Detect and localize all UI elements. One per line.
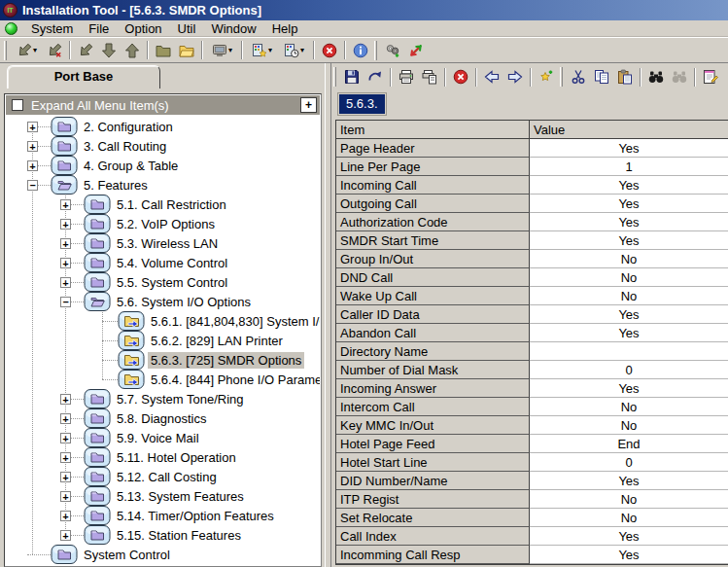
value-cell[interactable]: No [530, 416, 728, 435]
mdi-child-icon[interactable] [5, 22, 17, 35]
tree-item[interactable]: +5.15. Station Features [6, 525, 320, 545]
expand-toggle[interactable]: + [60, 199, 71, 210]
monitor-button[interactable]: ▾ [206, 39, 238, 61]
menu-help[interactable]: Help [264, 20, 306, 37]
find-button[interactable] [644, 66, 668, 89]
table-row[interactable]: Authorization CodeYes [336, 213, 728, 231]
card-star-button[interactable]: ▾ [246, 39, 278, 61]
value-cell[interactable] [530, 342, 728, 361]
disconnect-button[interactable] [43, 39, 66, 61]
tree-item[interactable]: +5.13. System Features [6, 486, 320, 506]
panel-splitter[interactable] [325, 63, 331, 567]
value-cell[interactable]: No [530, 398, 728, 416]
table-row[interactable]: Line Per Page1 [336, 158, 728, 176]
table-row[interactable]: Hotel Page FeedEnd [336, 435, 728, 453]
expand-toggle[interactable]: + [60, 530, 71, 541]
stop-button[interactable] [318, 39, 341, 61]
table-row[interactable]: DND CallNo [336, 268, 728, 287]
download-button[interactable] [97, 39, 121, 61]
tree-item[interactable]: +5.2. VoIP Options [6, 214, 320, 233]
value-cell[interactable]: Yes [530, 472, 728, 490]
expand-toggle[interactable]: + [60, 511, 71, 521]
copy-button[interactable] [590, 66, 613, 89]
table-row[interactable]: Group In/OutNo [336, 250, 728, 268]
expand-toggle[interactable]: + [27, 122, 38, 132]
print-button[interactable] [395, 66, 418, 89]
tree-item[interactable]: 5.6.1. [841,804,830] System I/O P [6, 311, 320, 331]
tree-item[interactable]: System Control [6, 545, 320, 564]
card-clock-button[interactable]: ▾ [278, 39, 310, 61]
tree-item[interactable]: +5.3. Wireless LAN [6, 233, 320, 253]
value-cell[interactable]: 0 [530, 361, 728, 379]
table-row[interactable]: Abandon CallYes [336, 324, 728, 342]
value-cell[interactable]: Yes [530, 139, 728, 158]
tree-item[interactable]: +5.4. Volume Control [6, 253, 320, 272]
menu-option[interactable]: Option [117, 20, 169, 37]
expand-toggle[interactable]: + [60, 277, 71, 288]
expand-toggle[interactable]: + [60, 433, 71, 443]
folder-yellow-button[interactable] [175, 39, 198, 61]
value-cell[interactable]: End [530, 435, 728, 453]
value-cell[interactable]: Yes [530, 379, 728, 398]
expand-toggle[interactable]: + [27, 160, 38, 171]
table-row[interactable]: ITP RegistNo [336, 490, 728, 509]
expand-toggle[interactable]: + [27, 141, 38, 152]
value-cell[interactable]: No [530, 509, 728, 527]
folder-dark-button[interactable] [152, 39, 175, 61]
expand-toggle[interactable]: + [60, 491, 71, 502]
info-button[interactable] [349, 39, 372, 61]
tree-item[interactable]: +5.1. Call Restriction [6, 195, 320, 214]
upload-button[interactable] [121, 39, 144, 61]
table-row[interactable]: Wake Up CallNo [336, 287, 728, 305]
tree-item[interactable]: −5.6. System I/O Options [6, 292, 320, 311]
redo-button[interactable] [364, 66, 387, 89]
tree-item[interactable]: +5.14. Timer/Option Features [6, 506, 320, 525]
expand-toggle[interactable]: + [60, 238, 71, 249]
expand-toggle[interactable]: + [60, 413, 71, 424]
value-cell[interactable]: Yes [530, 231, 728, 250]
table-row[interactable]: Call IndexYes [336, 527, 728, 546]
value-cell[interactable]: No [530, 287, 728, 305]
value-cell[interactable]: 1 [530, 158, 728, 176]
find-next-button[interactable] [668, 66, 691, 89]
table-row[interactable]: SMDR Start TimeYes [336, 231, 728, 250]
table-row[interactable]: Key MMC In/OutNo [336, 416, 728, 435]
tree-item[interactable]: +5.8. Diagnostics [6, 408, 320, 428]
expand-all-plus-button[interactable]: + [300, 97, 317, 113]
value-cell[interactable]: No [530, 490, 728, 509]
menu-window[interactable]: Window [203, 20, 263, 37]
paste-button[interactable] [613, 66, 637, 89]
star-add-button[interactable] [535, 66, 558, 89]
connect-button[interactable]: ▾ [11, 39, 43, 61]
menu-file[interactable]: File [81, 20, 117, 37]
link-button[interactable] [74, 39, 97, 61]
expand-all-checkbox[interactable] [12, 99, 23, 111]
table-row[interactable]: Intercom CallNo [336, 398, 728, 416]
table-row[interactable]: Incoming AnswerYes [336, 379, 728, 398]
value-cell[interactable]: Yes [530, 324, 728, 342]
tree-item[interactable]: +4. Group & Table [6, 156, 320, 175]
expand-toggle[interactable]: + [60, 219, 71, 230]
table-row[interactable]: Hotel Start Line0 [336, 453, 728, 472]
tree-item[interactable]: +5.12. Call Costing [6, 467, 320, 486]
menu-system[interactable]: System [23, 20, 81, 37]
value-cell[interactable]: No [530, 250, 728, 268]
table-row[interactable]: Outgoing CallYes [336, 195, 728, 213]
table-row[interactable]: Directory Name [336, 342, 728, 361]
expand-all-header[interactable]: Expand All Menu Item(s) + [6, 95, 320, 115]
expand-toggle[interactable]: + [60, 258, 71, 268]
save-button[interactable] [340, 66, 364, 89]
value-cell[interactable]: Yes [530, 527, 728, 546]
expand-toggle[interactable]: + [60, 472, 71, 482]
table-row[interactable]: Incoming CallYes [336, 176, 728, 195]
gears-plus-button[interactable] [381, 39, 404, 61]
table-row[interactable]: Incomming Call RespYes [336, 546, 728, 564]
nav-back-button[interactable] [480, 66, 503, 89]
value-cell[interactable]: 0 [530, 453, 728, 472]
table-row[interactable]: Set RelocateNo [336, 509, 728, 527]
table-row[interactable]: Number of Dial Mask0 [336, 361, 728, 379]
column-header-item[interactable]: Item [336, 121, 530, 139]
tree-item[interactable]: −5. Features [6, 175, 320, 195]
value-cell[interactable]: Yes [530, 546, 728, 564]
collapse-toggle[interactable]: − [27, 180, 38, 191]
